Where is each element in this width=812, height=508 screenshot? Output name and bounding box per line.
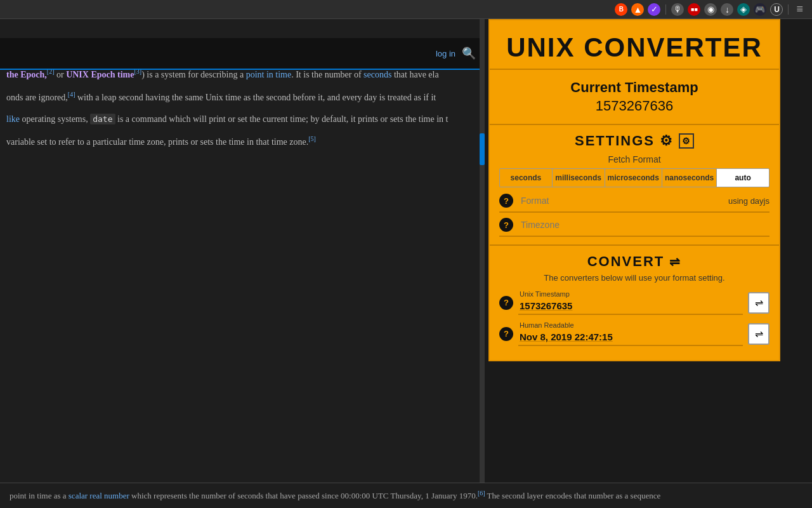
mic-icon[interactable]: 🎙	[671, 3, 684, 16]
using-dayjs-label: using dayjs	[728, 196, 769, 206]
wiki-line-2: onds are ignored,[4] with a leap second …	[6, 90, 476, 105]
unix-timestamp-row: ? Unix Timestamp 1573267635 ⇌	[499, 290, 769, 315]
wiki-line-3: like operating systems, date is a comman…	[6, 112, 476, 126]
wiki-link-point[interactable]: point in time	[246, 70, 292, 79]
wiki-top-bar: log in 🔍	[0, 38, 482, 70]
timezone-input[interactable]	[518, 218, 769, 231]
current-timestamp-value: 1573267636	[499, 98, 769, 114]
wiki-link-like[interactable]: like	[6, 114, 20, 124]
convert-label: CONVERT	[587, 253, 665, 270]
panel-header: UNIX CONVERTER	[490, 20, 779, 70]
human-readable-row: ? Human Readable Nov 8, 2019 22:47:15 ⇌	[499, 321, 769, 346]
download-icon[interactable]: ↓	[721, 3, 733, 16]
settings-gear-icon: ⚙	[660, 133, 674, 149]
scalar-real-link[interactable]: scalar real number	[69, 491, 129, 501]
browser-chrome: B ▲ ✓ 🎙 ■■ ◉ ↓ ◈ 🎮 U ≡	[0, 0, 812, 19]
divider-2	[788, 4, 789, 15]
format-help-icon[interactable]: ?	[499, 194, 513, 208]
panel-title: UNIX CONVERTER	[499, 33, 769, 62]
convert-title: CONVERT ⇌	[499, 253, 769, 270]
current-timestamp-section: Current Timestamp 1573267636	[490, 70, 779, 125]
settings-section: SETTINGS ⚙ ⚙ Fetch Format seconds millis…	[490, 125, 779, 246]
wiki-link-seconds[interactable]: seconds	[363, 70, 391, 79]
convert-arrows-icon: ⇌	[669, 254, 681, 269]
wikipedia-page: log in 🔍 the Epoch,[2] or UNIX Epoch tim…	[0, 19, 482, 508]
notification-icon[interactable]: ▲	[631, 3, 644, 16]
current-timestamp-label: Current Timestamp	[499, 79, 769, 96]
unix-timestamp-field-label: Unix Timestamp	[518, 290, 743, 298]
unix-timestamp-convert-button[interactable]: ⇌	[748, 292, 769, 314]
wiki-content: the Epoch,[2] or UNIX Epoch time[3]) is …	[6, 67, 476, 150]
camera-icon[interactable]: 🎮	[754, 3, 766, 16]
browser-menu-button[interactable]: ≡	[794, 3, 806, 16]
bottom-wiki-text: point in time as a scalar real number wh…	[10, 490, 660, 501]
brave-icon[interactable]: B	[615, 3, 627, 16]
convert-section: CONVERT ⇌ The converters below will use …	[490, 246, 779, 360]
network-icon[interactable]: ◈	[737, 3, 750, 16]
timezone-help-icon[interactable]: ?	[499, 218, 513, 232]
human-readable-field-label: Human Readable	[518, 321, 743, 329]
unix-timestamp-field-value[interactable]: 1573267635	[518, 298, 743, 315]
divider-1	[665, 4, 666, 15]
fetch-btn-milliseconds[interactable]: milliseconds	[553, 169, 605, 187]
format-row: ? using dayjs	[499, 194, 769, 213]
settings-label: SETTINGS	[575, 133, 655, 149]
fetch-format-buttons: seconds milliseconds microseconds nanose…	[499, 168, 769, 187]
fetch-format-label: Fetch Format	[499, 154, 769, 164]
extension-icon-1[interactable]: ◉	[704, 3, 717, 16]
fetch-btn-auto[interactable]: auto	[717, 169, 769, 187]
settings-icon-box: ⚙	[679, 133, 694, 149]
search-icon[interactable]: 🔍	[462, 46, 476, 60]
convert-subtitle: The converters below will use your forma…	[499, 273, 769, 283]
unix-converter-panel: UNIX CONVERTER Current Timestamp 1573267…	[488, 19, 780, 361]
human-readable-convert-button[interactable]: ⇌	[748, 323, 769, 345]
lastpass-icon[interactable]: ■■	[688, 3, 700, 16]
settings-title: SETTINGS ⚙ ⚙	[499, 133, 769, 149]
human-readable-field-value[interactable]: Nov 8, 2019 22:47:15	[518, 330, 743, 346]
timezone-row: ?	[499, 218, 769, 237]
wiki-scrollbar[interactable]	[480, 19, 485, 508]
checkmark-icon[interactable]: ✓	[648, 3, 660, 16]
wiki-scrollbar-thumb[interactable]	[480, 133, 485, 165]
bottom-wiki-bar: point in time as a scalar real number wh…	[0, 483, 812, 508]
u-icon[interactable]: U	[770, 3, 783, 16]
fetch-btn-microseconds[interactable]: microseconds	[605, 169, 662, 187]
fetch-btn-nanoseconds[interactable]: nanoseconds	[662, 169, 717, 187]
human-readable-help-icon[interactable]: ?	[499, 327, 513, 341]
unix-timestamp-help-icon[interactable]: ?	[499, 296, 513, 310]
unix-timestamp-field: Unix Timestamp 1573267635	[518, 290, 743, 315]
login-link[interactable]: log in	[436, 49, 455, 58]
wiki-line-4: variable set to refer to a particular ti…	[6, 134, 476, 149]
format-input[interactable]	[518, 194, 728, 207]
human-readable-field: Human Readable Nov 8, 2019 22:47:15	[518, 321, 743, 346]
fetch-btn-seconds[interactable]: seconds	[500, 169, 553, 187]
